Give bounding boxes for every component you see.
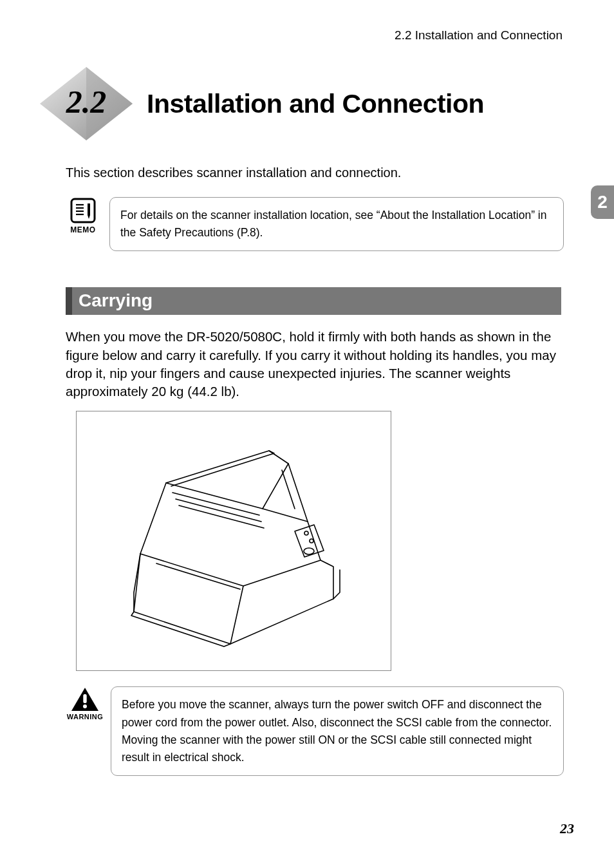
intro-text: This section describes scanner installat… [66, 164, 577, 182]
section-badge-number: 2.2 [66, 83, 107, 120]
svg-rect-11 [83, 694, 86, 703]
title-section: 2.2 Installation and Connection [35, 62, 577, 146]
svg-point-8 [310, 539, 313, 543]
page: 2.2 Installation and Connection 2 2.2 In… [0, 0, 614, 868]
page-title: Installation and Connection [147, 89, 484, 119]
svg-point-9 [304, 548, 314, 554]
warning-icon [70, 686, 100, 712]
memo-icon [70, 197, 97, 224]
chapter-tab-number: 2 [597, 192, 608, 212]
memo-text: For details on the scanner installation … [109, 197, 564, 251]
memo-block: MEMO For details on the scanner installa… [66, 197, 564, 251]
warning-block: WARNING Before you move the scanner, alw… [66, 686, 564, 776]
scanner-illustration [76, 411, 391, 671]
warning-text: Before you move the scanner, always turn… [111, 686, 564, 776]
section-badge: 2.2 [35, 62, 138, 146]
warning-label: WARNING [67, 713, 104, 721]
subheading-carrying: Carrying [66, 287, 561, 315]
chapter-tab: 2 [591, 185, 614, 219]
body-text: When you move the DR-5020/5080C, hold it… [66, 328, 563, 401]
scanner-line-art [95, 425, 372, 657]
page-number: 23 [560, 820, 574, 837]
running-header: 2.2 Installation and Connection [37, 28, 563, 42]
memo-icon-container: MEMO [66, 197, 100, 234]
memo-label: MEMO [70, 225, 95, 234]
warning-icon-container: WARNING [66, 686, 104, 721]
svg-point-12 [83, 704, 87, 708]
svg-point-7 [304, 531, 308, 535]
